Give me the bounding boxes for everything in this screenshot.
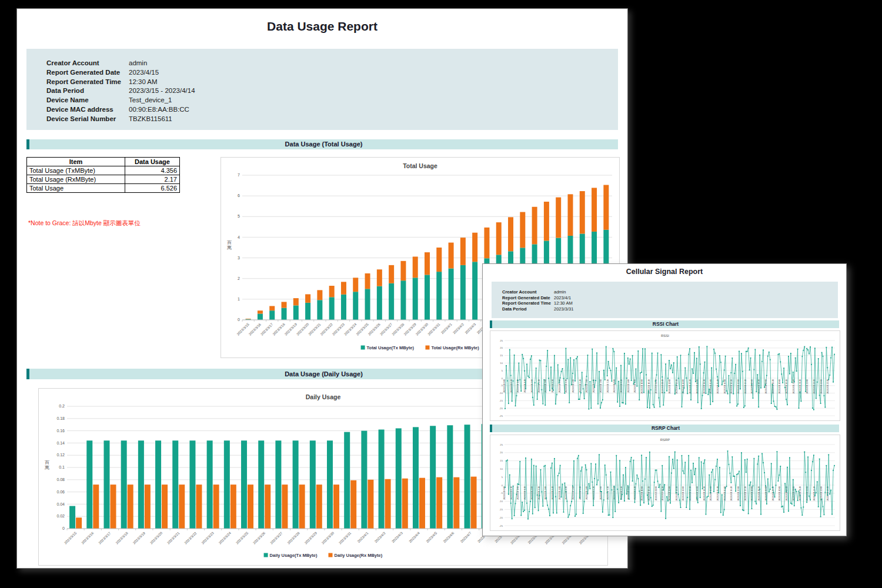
table-row: Total Usage 6.526 (27, 184, 180, 193)
signal-report-title: Cellular Signal Report (483, 268, 846, 276)
info-row: Report Generated Time 12:30 AM (46, 78, 618, 87)
svg-text:-15: -15 (499, 508, 503, 511)
svg-text:2023/3/31: 2023/3/31 (338, 531, 352, 545)
svg-text:2023/3/19: 2023/3/19 (132, 531, 146, 545)
table-row: Total Usage (TxMByte) 4.356 (27, 166, 180, 175)
svg-text:10: 10 (500, 362, 503, 365)
svg-text:Daily Usage(Tx MByte): Daily Usage(Tx MByte) (270, 553, 318, 558)
report-info-block: Creator Account admin Report Generated D… (26, 49, 618, 130)
svg-text:0.04: 0.04 (56, 502, 65, 506)
svg-text:2023/3/31 9:30: 2023/3/31 9:30 (634, 379, 636, 393)
info-value: 2023/4/1 (554, 295, 571, 301)
svg-text:0: 0 (502, 484, 503, 487)
svg-text:2023/3/31 4:00: 2023/3/31 4:00 (559, 486, 561, 500)
info-row: Report Generated Date 2023/4/1 (502, 295, 838, 301)
svg-text:7: 7 (238, 173, 240, 177)
svg-text:2023/3/31 4:30: 2023/3/31 4:30 (565, 379, 567, 393)
svg-text:2023/3/31 22:30: 2023/3/31 22:30 (813, 486, 816, 501)
cellular-signal-report-window: Cellular Signal Report Creator Account a… (482, 263, 847, 536)
svg-text:2023/4/6: 2023/4/6 (443, 531, 455, 543)
svg-text:20: 20 (500, 451, 503, 454)
svg-text:0.18: 0.18 (56, 416, 65, 420)
svg-text:25: 25 (500, 339, 503, 342)
svg-text:2023/3/31 6:00: 2023/3/31 6:00 (586, 379, 588, 393)
svg-text:2023/3/31 10:30: 2023/3/31 10:30 (648, 379, 650, 394)
svg-text:5: 5 (502, 476, 503, 479)
info-value: 12:30 AM (554, 300, 573, 306)
desktop-background: Data Usage Report Creator Account admin … (0, 0, 882, 588)
svg-text:5: 5 (502, 369, 503, 372)
info-value: admin (554, 289, 566, 295)
svg-text:2023/3/31 11:00: 2023/3/31 11:00 (655, 486, 657, 500)
svg-text:-20: -20 (499, 407, 503, 410)
table-cell-value: 6.526 (125, 184, 180, 193)
svg-text:6: 6 (238, 193, 240, 198)
svg-text:2023/3/22: 2023/3/22 (184, 531, 198, 545)
svg-text:2023/4/3: 2023/4/3 (391, 531, 403, 543)
svg-text:-25: -25 (499, 524, 503, 527)
table-cell-value: 2.17 (125, 175, 180, 184)
svg-text:0: 0 (62, 526, 65, 530)
svg-text:2023/3/31 17:00: 2023/3/31 17:00 (737, 486, 740, 501)
table-cell-item: Total Usage (RxMByte) (27, 175, 125, 184)
svg-text:1: 1 (238, 297, 240, 301)
info-label: Device MAC address (46, 105, 129, 115)
svg-text:2023/3/31 20:00: 2023/3/31 20:00 (779, 379, 781, 394)
svg-text:2023/3/31 7:30: 2023/3/31 7:30 (607, 379, 609, 393)
svg-text:20: 20 (500, 346, 503, 349)
section-header-rsrp-chart: RSRP Chart (490, 425, 839, 432)
svg-text:2023/4/1: 2023/4/1 (440, 322, 453, 335)
info-value: Test_device_1 (129, 96, 172, 105)
svg-text:2023/3/18: 2023/3/18 (115, 531, 129, 545)
svg-text:2023/3/16: 2023/3/16 (81, 531, 95, 545)
info-label: Data Period (502, 306, 554, 312)
svg-text:Total Usage(Tx MByte): Total Usage(Tx MByte) (367, 345, 415, 350)
svg-text:3: 3 (238, 256, 240, 260)
svg-text:-10: -10 (499, 392, 503, 395)
info-label: Device Name (46, 96, 129, 105)
svg-text:2023/3/30: 2023/3/30 (321, 531, 335, 545)
info-row: Device Serial Number TBZKB115611 (46, 115, 618, 124)
info-row: Device MAC address 00:90:E8:AA:BB:CC (46, 105, 618, 115)
svg-text:2023/3/31 13:00: 2023/3/31 13:00 (682, 486, 684, 501)
svg-text:0: 0 (238, 318, 240, 322)
rsrp-chart: RSRP-25-20-15-10-505101520252023/3/31 0:… (490, 435, 840, 531)
svg-text:2023/3/31 5:00: 2023/3/31 5:00 (572, 379, 574, 393)
svg-text:2023/3/31 14:30: 2023/3/31 14:30 (703, 486, 706, 501)
svg-text:-25: -25 (499, 415, 503, 417)
svg-text:2023/3/25: 2023/3/25 (235, 531, 249, 545)
svg-text:0.06: 0.06 (56, 490, 65, 494)
svg-text:0.2: 0.2 (59, 404, 65, 408)
svg-text:RSRP: RSRP (660, 438, 670, 442)
info-label: Creator Account (502, 289, 554, 295)
note-to-grace: *Note to Grace: 請以Mbyte 顯示圖表單位 (28, 219, 141, 228)
page-title: Data Usage Report (17, 19, 627, 34)
svg-text:2023/3/26: 2023/3/26 (252, 531, 266, 545)
info-value: TBZKB115611 (129, 115, 172, 124)
table-header-data-usage: Data Usage (125, 158, 180, 166)
info-row: Report Generated Date 2023/4/15 (46, 68, 618, 78)
svg-text:2023/3/31 16:00: 2023/3/31 16:00 (724, 379, 726, 394)
svg-text:2023/3/31 22:00: 2023/3/31 22:00 (806, 379, 808, 394)
section-header-rssi-chart: RSSI Chart (490, 320, 839, 328)
svg-text:2023/4/5: 2023/4/5 (426, 531, 438, 543)
svg-text:2023/3/28: 2023/3/28 (287, 531, 301, 545)
table-cell-value: 4.356 (125, 166, 180, 175)
svg-text:Total Usage(Rx MByte): Total Usage(Rx MByte) (432, 345, 480, 350)
svg-text:2023/3/27: 2023/3/27 (270, 531, 284, 545)
info-row: Creator Account admin (46, 59, 618, 68)
svg-text:2023/4/7: 2023/4/7 (460, 531, 472, 543)
svg-text:2023/3/31 20:00: 2023/3/31 20:00 (779, 486, 781, 501)
info-label: Report Generated Date (46, 68, 129, 78)
info-label: Report Generated Time (502, 300, 554, 306)
svg-text:百萬: 百萬 (227, 240, 232, 250)
total-usage-table: Item Data Usage Total Usage (TxMByte) 4.… (26, 157, 180, 193)
info-value: 2023/3/31 (554, 306, 573, 312)
svg-text:15: 15 (500, 354, 503, 357)
svg-text:0.14: 0.14 (56, 441, 65, 445)
info-row: Device Name Test_device_1 (46, 96, 618, 105)
svg-text:2023/4/2: 2023/4/2 (452, 322, 465, 335)
svg-text:2023/4/1: 2023/4/1 (357, 531, 369, 543)
table-cell-item: Total Usage (27, 184, 125, 193)
svg-text:15: 15 (500, 459, 503, 462)
